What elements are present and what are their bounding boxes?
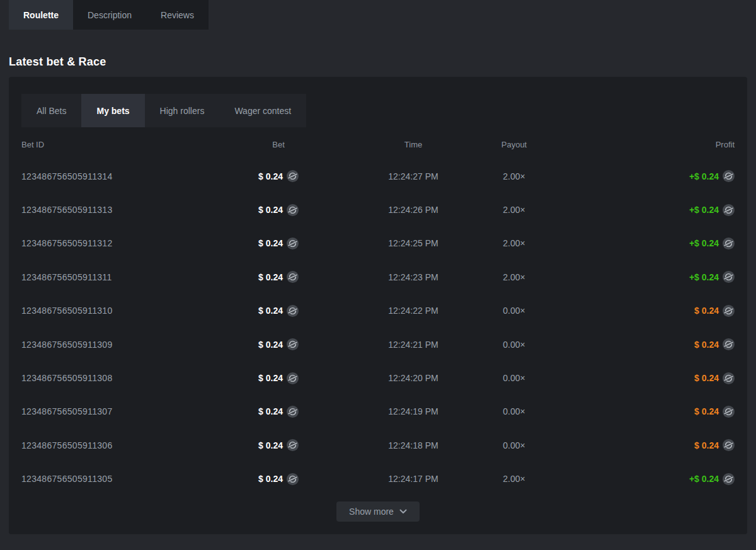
tab-high-rollers[interactable]: High rollers: [145, 94, 220, 127]
bet-row: 123486756505911310 $ 0.24 12:24:22 PM 0.…: [21, 294, 735, 328]
bet-id: 123486756505911309: [21, 340, 210, 350]
bet-profit-cell: $ 0.24: [548, 338, 735, 350]
profit-amount: +$ 0.24: [689, 474, 719, 484]
bet-payout: 2.00×: [480, 171, 548, 181]
bet-row: 123486756505911307 $ 0.24 12:24:19 PM 0.…: [21, 395, 735, 428]
tab-wager-contest[interactable]: Wager contest: [219, 94, 306, 127]
stellar-coin-icon: [723, 338, 735, 350]
bet-time: 12:24:21 PM: [346, 340, 480, 350]
column-header-time: Time: [346, 140, 480, 149]
bet-time: 12:24:18 PM: [346, 440, 480, 450]
bet-payout: 0.00×: [480, 373, 548, 383]
bets-filter-tabs: All Bets My bets High rollers Wager cont…: [21, 94, 306, 127]
bet-time: 12:24:22 PM: [346, 306, 480, 316]
bet-payout: 2.00×: [480, 474, 548, 484]
tab-roulette[interactable]: Roulette: [9, 0, 73, 30]
stellar-coin-icon: [287, 372, 299, 384]
bet-id: 123486756505911306: [21, 440, 210, 450]
bet-amount: $ 0.24: [258, 406, 283, 416]
stellar-coin-icon: [287, 406, 299, 418]
bet-time: 12:24:23 PM: [346, 272, 480, 282]
tab-description[interactable]: Description: [73, 0, 146, 30]
bet-id: 123486756505911314: [21, 171, 210, 181]
game-tabs: Roulette Description Reviews: [9, 0, 209, 30]
bet-amount: $ 0.24: [258, 474, 283, 484]
tab-my-bets[interactable]: My bets: [81, 94, 144, 127]
bet-id: 123486756505911312: [21, 238, 210, 248]
bets-table-body: 123486756505911314 $ 0.24 12:24:27 PM 2.…: [21, 159, 735, 496]
bet-row: 123486756505911314 $ 0.24 12:24:27 PM 2.…: [21, 159, 735, 193]
stellar-coin-icon: [723, 372, 735, 384]
bet-row: 123486756505911308 $ 0.24 12:24:20 PM 0.…: [21, 361, 735, 394]
stellar-coin-icon: [287, 439, 299, 451]
bet-amount-cell: $ 0.24: [210, 473, 346, 485]
bets-table-header: Bet ID Bet Time Payout Profit: [21, 130, 735, 159]
bet-time: 12:24:20 PM: [346, 373, 480, 383]
stellar-coin-icon: [723, 305, 735, 317]
bet-payout: 2.00×: [480, 205, 548, 215]
bet-profit-cell: $ 0.24: [548, 305, 735, 317]
stellar-coin-icon: [723, 238, 735, 249]
bet-id: 123486756505911313: [21, 205, 210, 215]
column-header-profit: Profit: [548, 140, 735, 149]
bet-row: 123486756505911312 $ 0.24 12:24:25 PM 2.…: [21, 227, 735, 260]
stellar-coin-icon: [723, 406, 735, 418]
stellar-coin-icon: [287, 338, 299, 350]
bet-amount-cell: $ 0.24: [210, 271, 346, 283]
bet-amount: $ 0.24: [258, 171, 283, 181]
bet-amount-cell: $ 0.24: [210, 372, 346, 384]
stellar-coin-icon: [723, 473, 735, 485]
profit-amount: +$ 0.24: [689, 205, 719, 215]
stellar-coin-icon: [723, 271, 735, 283]
chevron-down-icon: [399, 509, 407, 514]
bet-time: 12:24:17 PM: [346, 474, 480, 484]
tab-all-bets[interactable]: All Bets: [21, 94, 81, 127]
show-more-label: Show more: [349, 507, 394, 517]
bet-profit-cell: +$ 0.24: [548, 204, 735, 216]
bet-amount: $ 0.24: [258, 340, 283, 350]
bet-amount-cell: $ 0.24: [210, 305, 346, 317]
stellar-coin-icon: [723, 439, 735, 451]
bet-time: 12:24:26 PM: [346, 205, 480, 215]
column-header-payout: Payout: [480, 140, 548, 149]
bet-amount-cell: $ 0.24: [210, 238, 346, 249]
bet-payout: 2.00×: [480, 272, 548, 282]
bet-payout: 2.00×: [480, 238, 548, 248]
bet-profit-cell: $ 0.24: [548, 439, 735, 451]
bet-profit-cell: +$ 0.24: [548, 170, 735, 182]
bet-row: 123486756505911313 $ 0.24 12:24:26 PM 2.…: [21, 193, 735, 226]
stellar-coin-icon: [723, 204, 735, 216]
profit-amount: +$ 0.24: [689, 171, 719, 181]
stellar-coin-icon: [287, 238, 299, 249]
stellar-coin-icon: [287, 305, 299, 317]
bet-time: 12:24:27 PM: [346, 171, 480, 181]
bet-amount-cell: $ 0.24: [210, 406, 346, 418]
bet-amount: $ 0.24: [258, 205, 283, 215]
bet-time: 12:24:19 PM: [346, 406, 480, 416]
bet-payout: 0.00×: [480, 340, 548, 350]
bet-profit-cell: +$ 0.24: [548, 271, 735, 283]
section-title: Latest bet & Race: [9, 55, 756, 69]
bet-payout: 0.00×: [480, 306, 548, 316]
bet-profit-cell: $ 0.24: [548, 406, 735, 418]
profit-amount: +$ 0.24: [689, 238, 719, 248]
bet-id: 123486756505911305: [21, 474, 210, 484]
bet-amount: $ 0.24: [258, 373, 283, 383]
stellar-coin-icon: [287, 473, 299, 485]
latest-bets-panel: All Bets My bets High rollers Wager cont…: [9, 77, 747, 534]
bet-row: 123486756505911309 $ 0.24 12:24:21 PM 0.…: [21, 328, 735, 361]
stellar-coin-icon: [287, 271, 299, 283]
bet-profit-cell: $ 0.24: [548, 372, 735, 384]
tab-reviews[interactable]: Reviews: [146, 0, 209, 30]
bet-amount-cell: $ 0.24: [210, 204, 346, 216]
bet-amount: $ 0.24: [258, 272, 283, 282]
bet-id: 123486756505911307: [21, 406, 210, 416]
show-more-button[interactable]: Show more: [336, 501, 420, 522]
profit-amount: $ 0.24: [694, 406, 719, 416]
bet-amount-cell: $ 0.24: [210, 439, 346, 451]
bet-amount: $ 0.24: [258, 306, 283, 316]
column-header-bet-id: Bet ID: [21, 140, 210, 149]
stellar-coin-icon: [287, 204, 299, 216]
bet-row: 123486756505911306 $ 0.24 12:24:18 PM 0.…: [21, 428, 735, 462]
profit-amount: $ 0.24: [694, 306, 719, 316]
